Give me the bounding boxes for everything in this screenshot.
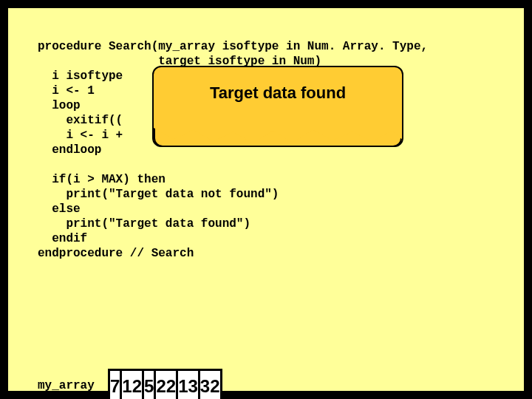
array-cell: 5: [143, 370, 155, 400]
slide-frame: procedure Search(my_array isoftype in Nu…: [6, 6, 526, 393]
code-line: endif: [38, 232, 87, 245]
array-cell: 32: [199, 370, 221, 400]
array-label: my_array: [38, 379, 95, 392]
code-line: i <- i +: [38, 129, 123, 142]
code-line: else: [38, 202, 81, 216]
code-line: print("Target data found"): [38, 217, 250, 231]
code-line: print("Target data not found"): [38, 188, 279, 201]
array-cell: 12: [121, 370, 143, 400]
code-line: i isoftype: [38, 69, 123, 83]
code-line: endloop: [38, 143, 101, 157]
array-table: 7 12 5 22 13 32 1 2 3 4 5 6: [108, 369, 222, 399]
code-line: if(i > MAX) then: [38, 173, 166, 186]
array-values-row: 7 12 5 22 13 32: [109, 370, 222, 400]
array-cell: 22: [155, 370, 177, 400]
code-line: endprocedure // Search: [38, 247, 194, 260]
array-cell: 7: [109, 370, 121, 400]
array-cell: 13: [177, 370, 200, 400]
code-line: i <- 1: [38, 84, 95, 98]
callout-box: Target data found: [152, 66, 403, 147]
code-line: procedure Search(my_array isoftype in Nu…: [38, 40, 428, 53]
callout-text: Target data found: [210, 83, 346, 103]
code-block: procedure Search(my_array isoftype in Nu…: [38, 24, 494, 276]
code-line: loop: [38, 99, 81, 112]
